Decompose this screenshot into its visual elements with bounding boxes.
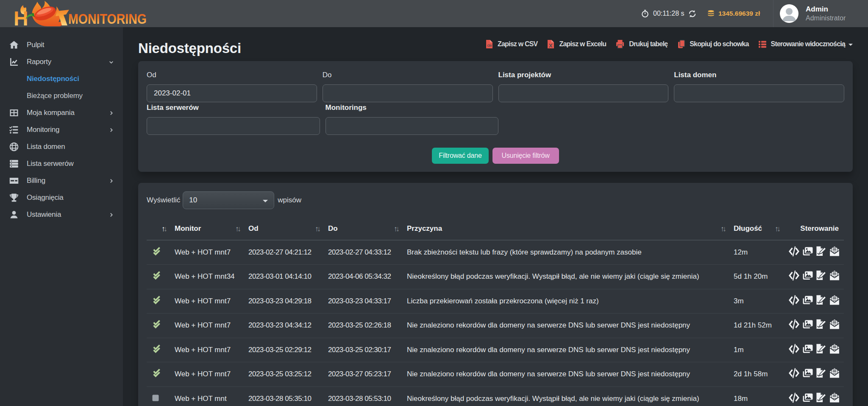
svg-text:CSV: CSV <box>487 44 492 47</box>
svg-text:MONITORING: MONITORING <box>68 11 147 26</box>
svg-text:H: H <box>14 7 28 26</box>
